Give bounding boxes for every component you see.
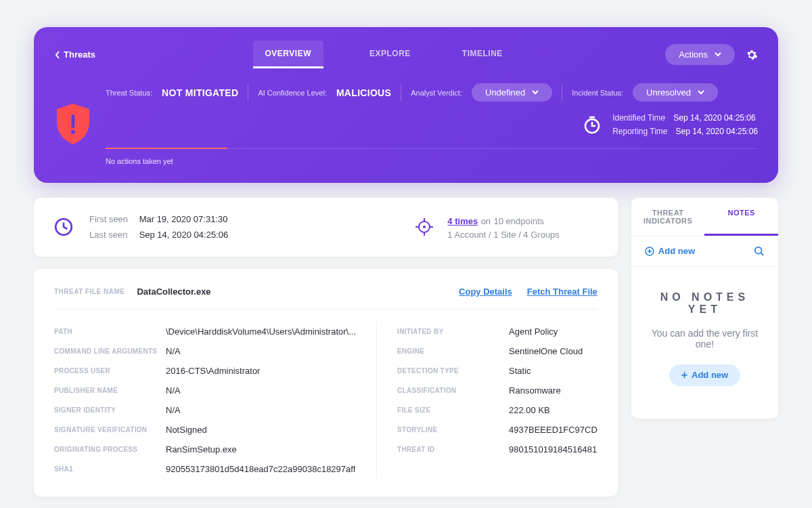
empty-notes-subtitle: You can add the very first one! <box>648 328 762 350</box>
actions-button[interactable]: Actions <box>665 44 735 65</box>
threat-status-value: NOT MITIGATED <box>162 87 238 98</box>
detail-value: N/A <box>166 405 181 415</box>
threat-header: Threats OVERVIEW EXPLORE TIMELINE Action… <box>34 27 778 183</box>
ai-level-value: MALICIOUS <box>336 87 391 98</box>
analyst-verdict-select[interactable]: Undefined <box>472 83 552 102</box>
add-chip-label: Add new <box>692 370 728 380</box>
svg-point-0 <box>71 130 75 134</box>
last-seen-label: Last seen <box>89 227 137 242</box>
detail-key: PATH <box>54 326 166 337</box>
scope-summary: 1 Account / 1 Site / 4 Groups <box>447 230 559 240</box>
detail-value: Agent Policy <box>509 326 558 337</box>
tab-notes[interactable]: NOTES <box>704 198 778 236</box>
back-threats-link[interactable]: Threats <box>54 49 95 60</box>
detail-value: RanSimSetup.exe <box>166 444 237 454</box>
detail-key: PUBLISHER NAME <box>54 385 166 396</box>
target-icon <box>414 217 434 237</box>
gear-icon[interactable] <box>746 49 758 61</box>
clock-icon <box>53 217 74 237</box>
tab-explore[interactable]: EXPLORE <box>364 41 416 68</box>
detail-value: SentinelOne Cloud <box>509 346 583 356</box>
file-name-value: DataCollector.exe <box>137 287 210 297</box>
chevron-left-icon <box>54 51 61 59</box>
notes-panel: THREAT INDICATORS NOTES Add new NO NOTES… <box>631 198 778 419</box>
detail-value: 222.00 KB <box>509 405 550 415</box>
ai-level-label: AI Confidence Level: <box>258 89 327 97</box>
add-note-chip[interactable]: + Add new <box>669 364 741 386</box>
incident-status-select[interactable]: Unresolved <box>633 83 718 102</box>
detail-key: PROCESS USER <box>54 366 166 376</box>
detail-value: 4937BEEED1FC97CD <box>509 425 597 435</box>
tab-overview[interactable]: OVERVIEW <box>253 41 323 68</box>
detail-row: CLASSIFICATIONRansomware <box>397 381 597 400</box>
svg-point-10 <box>755 247 762 254</box>
on-text: on <box>481 216 491 226</box>
detail-key: THREAT ID <box>397 444 509 454</box>
detail-value: 920553173801d5d418ead7c22a99038c18297aff <box>166 464 355 474</box>
detail-value: Static <box>509 366 531 376</box>
occurrences-link[interactable]: 4 times <box>447 216 478 226</box>
chevron-down-icon <box>532 90 539 95</box>
divider <box>376 322 377 479</box>
detail-key: SHA1 <box>54 464 166 474</box>
detail-row: SIGNATURE VERIFICATIONNotSigned <box>54 420 356 440</box>
detail-value: Ransomware <box>509 385 561 396</box>
divider <box>248 85 248 101</box>
detail-key: INITIATED BY <box>397 326 509 337</box>
reporting-time-label: Reporting Time <box>612 125 667 138</box>
detail-row: COMMAND LINE ARGUMENTSN/A <box>54 341 356 361</box>
chevron-down-icon <box>715 52 721 57</box>
empty-notes-title: NO NOTES YET <box>648 291 762 316</box>
detail-key: ORIGINATING PROCESS <box>54 444 166 454</box>
back-label: Threats <box>64 49 95 60</box>
detail-row: THREAT ID980151019184516481 <box>397 440 597 459</box>
no-action-text: No actions taken yet <box>106 157 758 165</box>
detail-row: PUBLISHER NAMEN/A <box>54 381 356 400</box>
threat-status-label: Threat Status: <box>106 89 152 97</box>
detail-value: \Device\HarddiskVolume4\Users\Administra… <box>166 326 356 337</box>
detail-key: FILE SIZE <box>397 405 509 415</box>
first-seen-value: Mar 19, 2020 07:31:30 <box>139 214 228 224</box>
chevron-down-icon <box>698 90 704 95</box>
detail-row: SHA1920553173801d5d418ead7c22a99038c1829… <box>54 459 356 479</box>
analyst-verdict-value: Undefined <box>485 87 525 98</box>
search-icon[interactable] <box>754 246 765 257</box>
threat-details-card: THREAT FILE NAME DataCollector.exe Copy … <box>34 269 618 496</box>
detail-row: ENGINESentinelOne Cloud <box>397 341 597 361</box>
detail-value: N/A <box>166 346 181 356</box>
seen-summary-card: First seen Mar 19, 2020 07:31:30 Last se… <box>34 198 618 257</box>
add-new-label: Add new <box>658 246 695 256</box>
identified-time-value: Sep 14, 2020 04:25:06 <box>673 111 755 125</box>
detail-key: COMMAND LINE ARGUMENTS <box>54 346 166 356</box>
incident-status-value: Unresolved <box>646 87 691 98</box>
detail-key: SIGNATURE VERIFICATION <box>54 425 166 435</box>
detail-key: CLASSIFICATION <box>397 385 509 396</box>
detail-row: PROCESS USER2016-CTS\Administrator <box>54 361 356 381</box>
add-note-link[interactable]: Add new <box>645 246 695 256</box>
detail-row: SIGNER IDENTITYN/A <box>54 400 356 420</box>
file-name-label: THREAT FILE NAME <box>54 288 125 295</box>
reporting-time-value: Sep 14, 2020 04:25:06 <box>676 125 758 138</box>
detail-key: DETECTION TYPE <box>397 366 509 376</box>
divider <box>401 85 401 101</box>
detail-value: NotSigned <box>166 425 207 435</box>
detail-row: FILE SIZE222.00 KB <box>397 400 597 420</box>
plus-icon: + <box>681 370 687 381</box>
detail-key: ENGINE <box>397 346 509 356</box>
svg-rect-1 <box>72 114 75 128</box>
incident-status-label: Incident Status: <box>572 89 623 97</box>
detail-key: SIGNER IDENTITY <box>54 405 166 415</box>
first-seen-label: First seen <box>89 211 137 227</box>
analyst-verdict-label: Analyst Verdict: <box>411 89 462 97</box>
detail-value: 2016-CTS\Administrator <box>166 366 260 376</box>
divider <box>562 85 562 101</box>
copy-details-link[interactable]: Copy Details <box>459 287 512 297</box>
plus-circle-icon <box>645 247 654 256</box>
fetch-threat-file-link[interactable]: Fetch Threat File <box>527 287 597 297</box>
last-seen-value: Sep 14, 2020 04:25:06 <box>139 230 229 240</box>
actions-label: Actions <box>679 49 708 60</box>
tab-timeline[interactable]: TIMELINE <box>457 41 508 68</box>
tab-threat-indicators[interactable]: THREAT INDICATORS <box>631 198 705 236</box>
identified-time-label: Identified Time <box>612 111 665 125</box>
detail-row: ORIGINATING PROCESSRanSimSetup.exe <box>54 440 356 459</box>
